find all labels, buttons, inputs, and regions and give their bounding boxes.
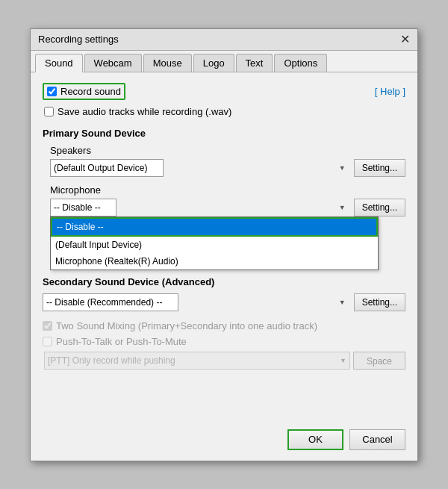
save-audio-row: Save audio tracks while recording (.wav) bbox=[44, 106, 405, 117]
microphone-label: Microphone bbox=[50, 184, 405, 196]
ptt-mode-select: [PTT] Only record while pushing bbox=[44, 352, 350, 370]
ptt-key-display: Space bbox=[353, 352, 405, 370]
dropdown-item-default-input[interactable]: (Default Input Device) bbox=[51, 237, 378, 253]
speakers-row: (Default Output Device) Setting... bbox=[50, 159, 405, 177]
record-sound-checkbox[interactable] bbox=[47, 87, 57, 96]
speakers-subsection: Speakers (Default Output Device) Setting… bbox=[50, 145, 405, 177]
save-audio-checkbox[interactable] bbox=[44, 107, 54, 116]
secondary-select[interactable]: -- Disable (Recommended) -- bbox=[43, 293, 178, 311]
recording-settings-dialog: Recording settings ✕ Sound Webcam Mouse … bbox=[30, 28, 418, 461]
secondary-select-wrapper: -- Disable (Recommended) -- bbox=[43, 293, 349, 311]
tab-mouse[interactable]: Mouse bbox=[143, 54, 192, 72]
mixing-checkbox bbox=[43, 321, 52, 331]
mixing-label: Two Sound Mixing (Primary+Secondary into… bbox=[56, 320, 317, 331]
dropdown-item-realtek[interactable]: Microphone (Realtek(R) Audio) bbox=[51, 253, 378, 270]
primary-section-label: Primary Sound Device bbox=[43, 128, 405, 139]
tab-options[interactable]: Options bbox=[274, 54, 327, 72]
record-sound-label: Record sound bbox=[60, 86, 121, 97]
tab-text[interactable]: Text bbox=[236, 54, 273, 72]
tab-sound[interactable]: Sound bbox=[35, 54, 83, 72]
tabs-bar: Sound Webcam Mouse Logo Text Options bbox=[31, 51, 417, 72]
ptt-label: Push-To-Talk or Push-To-Mute bbox=[56, 336, 187, 347]
microphone-select-wrapper: -- Disable -- bbox=[50, 199, 349, 217]
microphone-subsection: Microphone -- Disable -- Setting... -- D… bbox=[50, 184, 405, 217]
record-sound-row: Record sound [ Help ] bbox=[43, 83, 405, 100]
tab-logo[interactable]: Logo bbox=[193, 54, 234, 72]
mixing-row: Two Sound Mixing (Primary+Secondary into… bbox=[43, 320, 405, 331]
help-link[interactable]: [ Help ] bbox=[375, 86, 405, 97]
ptt-controls-row: [PTT] Only record while pushing Space bbox=[44, 352, 405, 370]
speakers-select-wrapper: (Default Output Device) bbox=[50, 159, 349, 177]
record-sound-left: Record sound bbox=[43, 83, 125, 100]
microphone-setting-button[interactable]: Setting... bbox=[354, 199, 405, 217]
microphone-dropdown-list: -- Disable -- (Default Input Device) Mic… bbox=[50, 217, 379, 270]
secondary-setting-button[interactable]: Setting... bbox=[354, 293, 405, 311]
secondary-section-label: Secondary Sound Device (Advanced) bbox=[43, 276, 405, 287]
tab-content: Record sound [ Help ] Save audio tracks … bbox=[31, 72, 417, 422]
cancel-button[interactable]: Cancel bbox=[349, 429, 405, 450]
secondary-row: -- Disable (Recommended) -- Setting... bbox=[43, 293, 405, 311]
close-button[interactable]: ✕ bbox=[400, 34, 410, 46]
secondary-section: Secondary Sound Device (Advanced) -- Dis… bbox=[43, 276, 405, 311]
ptt-row: Push-To-Talk or Push-To-Mute bbox=[43, 336, 405, 347]
speakers-label: Speakers bbox=[50, 145, 405, 156]
microphone-row: -- Disable -- Setting... bbox=[50, 199, 405, 217]
tab-webcam[interactable]: Webcam bbox=[84, 54, 142, 72]
title-bar: Recording settings ✕ bbox=[31, 29, 417, 51]
microphone-select[interactable]: -- Disable -- bbox=[50, 199, 116, 217]
dialog-title: Recording settings bbox=[38, 34, 119, 45]
ptt-select-wrapper: [PTT] Only record while pushing bbox=[44, 352, 350, 370]
record-sound-outlined: Record sound bbox=[43, 83, 125, 100]
ok-button[interactable]: OK bbox=[287, 429, 343, 450]
ptt-checkbox bbox=[43, 337, 52, 346]
dropdown-item-disable[interactable]: -- Disable -- bbox=[51, 217, 378, 237]
dialog-footer: OK Cancel bbox=[31, 422, 417, 461]
save-audio-label: Save audio tracks while recording (.wav) bbox=[57, 106, 231, 117]
speakers-select[interactable]: (Default Output Device) bbox=[50, 159, 164, 177]
mixing-section: Two Sound Mixing (Primary+Secondary into… bbox=[43, 320, 405, 370]
speakers-setting-button[interactable]: Setting... bbox=[354, 159, 405, 177]
